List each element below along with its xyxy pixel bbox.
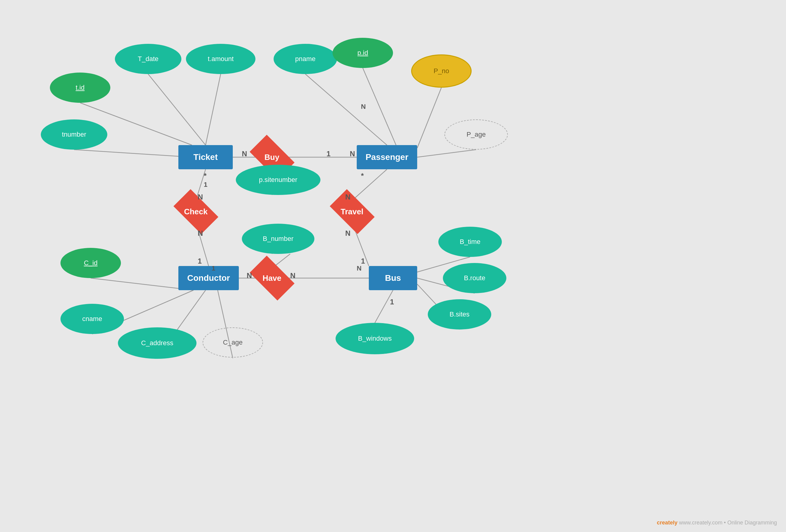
attribute-tnumber: tnumber — [41, 119, 107, 149]
cardinality-passenger-star: * — [361, 172, 364, 180]
cardinality-check-n-top: N — [198, 193, 203, 201]
cardinality-buy-1-passenger: 1 — [326, 149, 330, 158]
svg-line-6 — [417, 88, 441, 148]
cardinality-bus-bottom-1: 1 — [390, 298, 394, 306]
svg-line-0 — [148, 74, 206, 145]
cardinality-ticket-check-1: 1 — [204, 181, 207, 189]
cardinality-passenger-n-buy: N — [350, 149, 355, 158]
attribute-b-number: B_number — [242, 224, 315, 254]
cardinality-conductor-check-1: 1 — [198, 257, 202, 265]
cardinality-have-n-conductor: N — [247, 272, 252, 280]
cardinality-travel-n-bottom: N — [345, 229, 350, 237]
cardinality-buy-n-ticket: N — [242, 149, 247, 158]
attribute-t-date: T_date — [115, 44, 181, 74]
cardinality-ticket-star: * — [204, 172, 206, 180]
entity-conductor[interactable]: Conductor — [178, 266, 239, 290]
svg-line-3 — [74, 149, 192, 157]
attribute-c-age: C_age — [203, 327, 263, 357]
attribute-t-amount: t.amount — [186, 44, 255, 74]
attribute-p-age: P_age — [444, 119, 508, 149]
attribute-b-windows: B_windows — [336, 323, 414, 354]
attribute-pname: pname — [274, 44, 337, 74]
attribute-t-id: t.id — [50, 72, 110, 103]
cardinality-have-n-bus: N — [290, 272, 295, 280]
svg-line-5 — [363, 68, 396, 145]
attribute-p-id: p.id — [332, 38, 393, 68]
svg-line-7 — [417, 149, 476, 157]
attribute-p-no: P_no — [411, 54, 471, 88]
attribute-b-sites: B.sites — [428, 299, 491, 329]
watermark: creately www.creately.com • Online Diagr… — [657, 519, 777, 526]
svg-line-4 — [305, 74, 387, 145]
cardinality-conductor-have-1: 1 — [212, 264, 215, 272]
cardinality-bus-have-n: N — [357, 264, 362, 272]
attribute-b-time: B_time — [438, 227, 502, 257]
cardinality-passenger-travel-n: N — [361, 103, 366, 111]
entity-bus[interactable]: Bus — [369, 266, 417, 290]
entity-ticket[interactable]: Ticket — [178, 145, 233, 169]
attribute-c-id: C_id — [61, 248, 121, 278]
attribute-b-route: B.route — [443, 263, 506, 293]
diagram-canvas: Ticket Passenger Conductor Bus Buy Check… — [0, 0, 786, 532]
cardinality-check-n-bottom: N — [198, 229, 203, 237]
svg-line-1 — [206, 74, 221, 145]
svg-line-26 — [375, 290, 393, 323]
attribute-cname: cname — [61, 304, 124, 334]
svg-line-13 — [352, 169, 387, 201]
cardinality-bus-travel-1: 1 — [361, 257, 365, 265]
svg-line-19 — [91, 278, 193, 290]
entity-passenger[interactable]: Passenger — [357, 145, 417, 169]
attribute-p-sitenumber: p.sitenumber — [236, 165, 320, 195]
attribute-c-address: C_address — [118, 327, 196, 359]
cardinality-travel-n-top: N — [345, 193, 350, 201]
